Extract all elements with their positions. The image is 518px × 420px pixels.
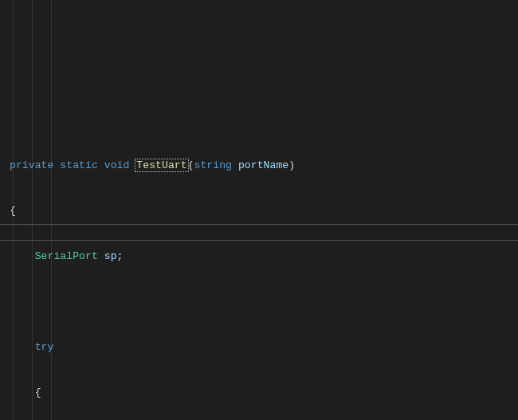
code-line — [8, 294, 518, 309]
keyword: try — [35, 341, 54, 353]
keyword: void — [104, 159, 130, 171]
keyword: static — [60, 159, 97, 171]
code-line: { — [8, 203, 518, 218]
code-line: try — [8, 340, 518, 355]
code-line: { — [8, 385, 518, 400]
highlight-line-top — [0, 224, 518, 225]
type: SerialPort — [35, 250, 98, 262]
highlight-line-bottom — [0, 240, 518, 241]
keyword: private — [10, 159, 53, 171]
code-line: private static void TestUart(string port… — [8, 158, 518, 173]
method-name: TestUart — [135, 159, 188, 172]
parameter: portName — [238, 159, 288, 171]
code-line: SerialPort sp; — [8, 249, 518, 264]
keyword: string — [194, 159, 232, 171]
variable: sp — [104, 250, 117, 262]
code-editor: private static void TestUart(string port… — [0, 0, 518, 420]
